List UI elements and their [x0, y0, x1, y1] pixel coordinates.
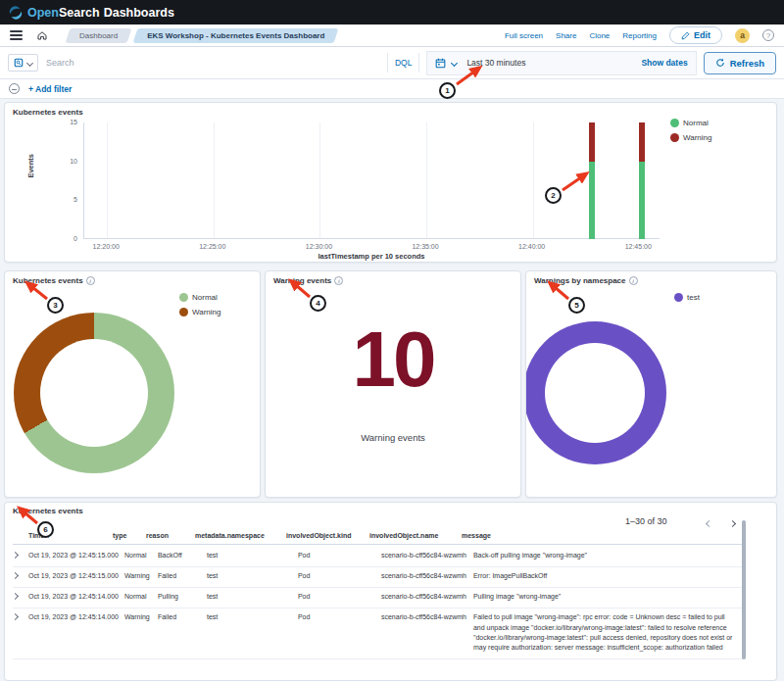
events-by-type-donut[interactable] — [14, 313, 174, 473]
legend-dot — [674, 293, 683, 302]
breadcrumb: Dashboard EKS Workshop - Kubernetes Even… — [68, 28, 336, 43]
calendar-icon[interactable] — [435, 58, 446, 69]
cell-time: Oct 19, 2023 @ 12:45:15.000 — [28, 551, 124, 560]
column-header-ns: metadata.namespace — [195, 531, 286, 541]
panel-title: Warnings by namespace — [534, 276, 626, 285]
nav-bar: Dashboard EKS Workshop - Kubernetes Even… — [0, 24, 784, 47]
edit-button-label: Edit — [694, 30, 710, 40]
y-tick-label: 15 — [56, 119, 77, 125]
help-icon[interactable]: ? — [762, 29, 774, 41]
panel-title: Kubernetes events — [13, 507, 83, 515]
x-tick-label: 12:25:00 — [199, 243, 225, 250]
top-bar: OpenSearchDashboards — [0, 0, 784, 24]
panel-title: Kubernetes events — [13, 276, 83, 285]
chevron-right-icon — [728, 519, 735, 526]
previous-page-button[interactable] — [703, 517, 714, 529]
time-range-button[interactable]: Last 30 minutes — [466, 58, 525, 68]
home-icon[interactable] — [36, 29, 48, 41]
cell-kind: Pod — [298, 571, 381, 581]
panel-events-by-type: Kubernetes eventsi NormalWarning — [4, 270, 261, 498]
reporting-link[interactable]: Reporting — [622, 31, 657, 40]
date-picker: Last 30 minutes Show dates — [426, 51, 696, 75]
dashboard-canvas: Kubernetes events Events lastTimestamp p… — [0, 99, 784, 681]
table-scrollbar[interactable] — [742, 520, 746, 659]
panel-warnings-by-namespace: Warnings by namespacei test — [525, 270, 777, 498]
legend-dot — [670, 133, 679, 142]
header-expander-spacer — [13, 531, 28, 541]
legend-item-warning[interactable]: Warning — [179, 308, 221, 316]
cell-time: Oct 19, 2023 @ 12:45:14.000 — [28, 612, 124, 653]
bar-segment-warning[interactable] — [639, 122, 645, 162]
refresh-button[interactable]: Refresh — [704, 52, 776, 74]
legend-item-warning[interactable]: Warning — [670, 133, 712, 142]
gridline — [426, 122, 427, 238]
legend-item-test[interactable]: test — [674, 293, 700, 302]
cell-time: Oct 19, 2023 @ 12:45:15.000 — [28, 571, 124, 581]
panel-warning-events-metric: Warning eventsi 10 Warning events — [265, 270, 521, 498]
legend-item-normal[interactable]: Normal — [670, 119, 712, 127]
bar-segment-normal[interactable] — [589, 162, 595, 239]
share-link[interactable]: Share — [556, 31, 576, 40]
cell-reason: Pulling — [158, 592, 207, 602]
panel-title: Kubernetes events — [13, 108, 83, 117]
next-page-button[interactable] — [726, 517, 738, 529]
legend-dot — [179, 293, 188, 302]
show-dates-button[interactable]: Show dates — [641, 58, 687, 68]
query-language-button[interactable]: DQL — [395, 58, 412, 68]
expander-cell — [13, 612, 28, 653]
column-header-name: involvedObject.name — [369, 531, 462, 541]
legend-item-normal[interactable]: Normal — [179, 293, 221, 302]
refresh-icon — [715, 58, 725, 68]
info-icon[interactable]: i — [334, 276, 343, 285]
bar-segment-normal[interactable] — [639, 162, 645, 239]
cell-msg: Failed to pull image "wrong-image": rpc … — [473, 612, 743, 653]
cell-name: scenario-b-cff56c84-wzwmh — [381, 592, 473, 602]
x-tick-label: 12:45:00 — [625, 243, 652, 250]
full-screen-link[interactable]: Full screen — [505, 31, 543, 40]
table-row: Oct 19, 2023 @ 12:45:14.000NormalPulling… — [13, 588, 743, 608]
table-row: Oct 19, 2023 @ 12:45:15.000NormalBackOff… — [13, 547, 743, 567]
y-tick-label: 10 — [56, 158, 77, 165]
expand-row-icon[interactable] — [12, 552, 19, 559]
menu-icon[interactable] — [10, 30, 23, 40]
chevron-down-icon[interactable] — [451, 59, 458, 66]
panel-title: Warning events — [273, 276, 331, 285]
chevron-down-icon — [26, 59, 33, 66]
expand-row-icon[interactable] — [12, 593, 19, 600]
query-bar: DQL Last 30 minutes Show dates Refresh — [0, 47, 784, 79]
cell-msg: Back-off pulling image "wrong-image" — [473, 551, 743, 560]
divider — [387, 53, 388, 73]
histogram-plot-area — [83, 122, 660, 239]
metric-value: 10 — [266, 315, 520, 405]
search-input[interactable] — [46, 58, 380, 68]
saved-query-menu[interactable] — [8, 54, 38, 72]
chevron-left-icon — [705, 519, 711, 526]
add-filter-button[interactable]: + Add filter — [28, 84, 72, 94]
cell-ns: test — [207, 551, 298, 560]
y-tick-label: 0 — [56, 235, 77, 242]
column-header-kind: involvedObject.kind — [286, 531, 369, 541]
expand-row-icon[interactable] — [12, 613, 19, 620]
warnings-by-namespace-donut[interactable] — [525, 321, 666, 464]
logo-text-open: Open — [27, 6, 59, 20]
info-icon[interactable]: i — [86, 276, 95, 285]
edit-button[interactable]: Edit — [669, 26, 722, 44]
filter-options-icon[interactable] — [9, 83, 20, 94]
legend-label: Normal — [192, 293, 218, 302]
bar-segment-warning[interactable] — [589, 122, 595, 162]
opensearch-logo[interactable]: OpenSearchDashboards — [9, 6, 174, 20]
annotation-marker-5: 5 — [568, 297, 585, 314]
logo-text-dashboards: Dashboards — [104, 6, 174, 20]
cell-name: scenario-b-cff56c84-wzwmh — [381, 612, 473, 653]
breadcrumb-dashboard[interactable]: Dashboard — [68, 28, 129, 43]
info-icon[interactable]: i — [629, 276, 638, 285]
cell-ns: test — [207, 592, 298, 602]
clone-link[interactable]: Clone — [589, 31, 610, 40]
expand-row-icon[interactable] — [12, 572, 19, 579]
cell-name: scenario-b-cff56c84-wzwmh — [381, 571, 473, 581]
annotation-marker-4: 4 — [310, 295, 326, 312]
breadcrumb-current-dashboard[interactable]: EKS Workshop - Kubernetes Events Dashboa… — [135, 28, 336, 43]
annotation-marker-1: 1 — [439, 82, 456, 99]
avatar[interactable]: a — [735, 28, 750, 43]
table-row: Oct 19, 2023 @ 12:45:14.000WarningFailed… — [13, 608, 743, 659]
